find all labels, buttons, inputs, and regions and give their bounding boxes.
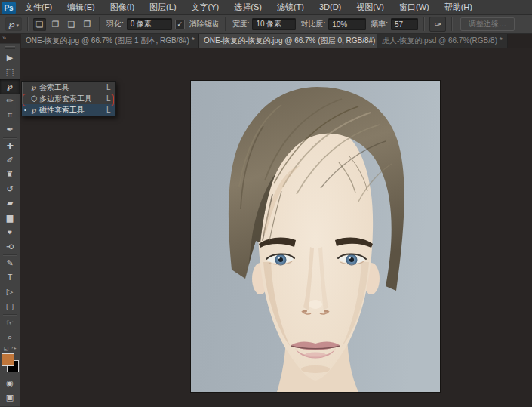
quick-selection-tool[interactable]: ✏ xyxy=(0,94,20,108)
contrast-input[interactable]: 10% xyxy=(328,18,366,30)
color-swatches xyxy=(1,353,19,376)
clone-stamp-tool[interactable]: ♜ xyxy=(0,168,20,182)
screen-mode-button[interactable]: ▣ xyxy=(0,390,20,405)
flyout-item-lasso[interactable]: ℘ 套索工具 L xyxy=(22,82,115,93)
menu-select[interactable]: 选择(S) xyxy=(226,0,269,14)
pen-tool[interactable]: ✎ xyxy=(0,256,20,270)
type-tool[interactable]: T xyxy=(0,270,20,285)
menu-filter[interactable]: 滤镜(T) xyxy=(269,0,312,14)
shortcut-key: L xyxy=(106,83,115,91)
shortcut-key: L xyxy=(106,106,115,114)
polygonal-lasso-icon: ⬡ xyxy=(29,94,39,103)
intersect-selection-button[interactable]: ❒ xyxy=(81,18,94,31)
zoom-tool[interactable]: ⌕ xyxy=(0,330,20,344)
stylus-icon: ✑ xyxy=(434,20,441,29)
dodge-tool[interactable]: ⚲ xyxy=(0,239,20,254)
healing-brush-tool[interactable]: ✚ xyxy=(0,139,20,153)
quick-mask-button[interactable]: ◉ xyxy=(0,376,20,390)
divider xyxy=(451,17,452,31)
lasso-tool[interactable]: ℘ xyxy=(0,79,20,94)
tool-preset-dropdown[interactable]: ℘ ▾ xyxy=(5,17,22,31)
magnetic-lasso-icon: ℘ xyxy=(8,20,14,29)
hand-icon: ☞ xyxy=(6,316,14,330)
gradient-icon: ▆ xyxy=(7,211,13,225)
document-tab-bar: ONE-恢复的.jpg @ 66.7% (图层 1 副本, RGB/8#) * … xyxy=(21,34,532,48)
new-selection-button[interactable]: ❏ xyxy=(33,18,46,31)
screen-mode-icon: ▣ xyxy=(6,390,14,405)
feather-label: 羽化: xyxy=(106,19,124,29)
flyout-item-polygonal-lasso[interactable]: ⬡ 多边形套索工具 L xyxy=(22,93,115,104)
menu-layer[interactable]: 图层(L) xyxy=(142,0,183,14)
toolbar-collapse-button[interactable]: » xyxy=(0,34,21,42)
chevron-down-icon: ▾ xyxy=(16,23,19,29)
foreground-color-swatch[interactable] xyxy=(2,353,14,366)
tab-title: ONE-恢复的-恢复的.jpg @ 66.7% (图层 0, RGB/8#) * xyxy=(204,35,377,46)
history-brush-tool[interactable]: ↺ xyxy=(0,182,20,196)
portrait-photo xyxy=(191,81,440,392)
path-selection-icon: ▷ xyxy=(7,285,13,299)
menu-file[interactable]: 文件(F) xyxy=(17,0,60,14)
photoshop-window: Ps 文件(F) 编辑(E) 图像(I) 图层(L) 文字(Y) 选择(S) 滤… xyxy=(0,0,532,407)
divider xyxy=(99,17,100,31)
toolbar-grip[interactable] xyxy=(5,46,15,49)
crop-tool[interactable]: ⌗ xyxy=(0,108,20,122)
menu-type[interactable]: 文字(Y) xyxy=(184,0,227,14)
default-swatches-icon[interactable]: ◱ xyxy=(4,346,9,352)
lasso-icon: ℘ xyxy=(7,79,13,94)
close-icon[interactable]: × xyxy=(507,36,508,45)
hand-tool[interactable]: ☞ xyxy=(0,316,20,330)
divider xyxy=(27,17,28,31)
add-selection-button[interactable]: ❐ xyxy=(49,18,62,31)
canvas-image[interactable] xyxy=(191,81,440,392)
move-icon: ▶ xyxy=(7,51,13,65)
shape-tool[interactable]: ▢ xyxy=(0,299,20,313)
lasso-icon: ℘ xyxy=(29,83,39,91)
menu-bar: Ps 文件(F) 编辑(E) 图像(I) 图层(L) 文字(Y) 选择(S) 滤… xyxy=(0,0,532,15)
document-tab-1[interactable]: ONE-恢复的.jpg @ 66.7% (图层 1 副本, RGB/8#) * … xyxy=(21,34,199,48)
width-input[interactable]: 10 像素 xyxy=(252,18,296,30)
gradient-tool[interactable]: ▆ xyxy=(0,211,20,225)
feather-value: 0 像素 xyxy=(131,19,152,29)
eyedropper-icon: ✒ xyxy=(6,122,13,137)
type-icon: T xyxy=(8,270,13,285)
document-tab-2[interactable]: ONE-恢复的-恢复的.jpg @ 66.7% (图层 0, RGB/8#) *… xyxy=(199,34,377,48)
document-tab-3[interactable]: 虎人-恢复的.psd @ 66.7%(RGB/8) * × xyxy=(377,34,508,48)
quick-mask-icon: ◉ xyxy=(6,376,14,390)
brush-icon: ✐ xyxy=(6,153,13,168)
feather-input[interactable]: 0 像素 xyxy=(127,18,172,30)
menu-window[interactable]: 窗口(W) xyxy=(392,0,437,14)
antialias-label: 消除锯齿 xyxy=(189,19,220,29)
menu-help[interactable]: 帮助(H) xyxy=(437,0,480,14)
divider xyxy=(3,314,17,315)
menu-view[interactable]: 视图(V) xyxy=(349,0,392,14)
tablet-pressure-button[interactable]: ✑ xyxy=(429,17,446,32)
toolbar-column: » ▶ ⬚ ℘ ✏ ⌗ ✒ ✚ ✐ ♜ ↺ ▰ ▆ ♠ ⚲ ✎ T ▷ ▢ ☞ … xyxy=(0,34,21,407)
blur-tool[interactable]: ♠ xyxy=(0,225,20,239)
antialias-checkbox[interactable]: ✓ xyxy=(175,20,185,29)
frequency-input[interactable]: 57 xyxy=(391,18,418,30)
flyout-item-magnetic-lasso[interactable]: • ℘ 磁性套索工具 L xyxy=(22,104,115,116)
flyout-item-label: 套索工具 xyxy=(39,82,106,93)
contrast-label: 对比度: xyxy=(300,19,325,29)
healing-brush-icon: ✚ xyxy=(6,139,13,153)
quick-selection-icon: ✏ xyxy=(6,94,13,108)
brush-tool[interactable]: ✐ xyxy=(0,153,20,168)
divider xyxy=(423,17,424,31)
eraser-tool[interactable]: ▰ xyxy=(0,196,20,211)
move-tool[interactable]: ▶ xyxy=(0,51,20,65)
eyedropper-tool[interactable]: ✒ xyxy=(0,122,20,137)
crop-icon: ⌗ xyxy=(8,108,12,122)
photoshop-logo-icon: Ps xyxy=(2,2,16,14)
zoom-icon: ⌕ xyxy=(8,330,12,344)
swap-swatches-icon[interactable]: ↷ xyxy=(11,346,16,352)
menu-image[interactable]: 图像(I) xyxy=(103,0,142,14)
magnetic-lasso-icon: ℘ xyxy=(29,106,39,114)
shape-icon: ▢ xyxy=(6,299,14,313)
marquee-tool[interactable]: ⬚ xyxy=(0,65,20,79)
dodge-icon: ⚲ xyxy=(3,243,17,249)
menu-3d[interactable]: 3D(D) xyxy=(312,0,349,14)
menu-edit[interactable]: 编辑(E) xyxy=(60,0,103,14)
subtract-selection-button[interactable]: ❑ xyxy=(65,18,78,31)
refine-edge-button[interactable]: 调整边缘… xyxy=(460,17,515,31)
path-selection-tool[interactable]: ▷ xyxy=(0,285,20,299)
